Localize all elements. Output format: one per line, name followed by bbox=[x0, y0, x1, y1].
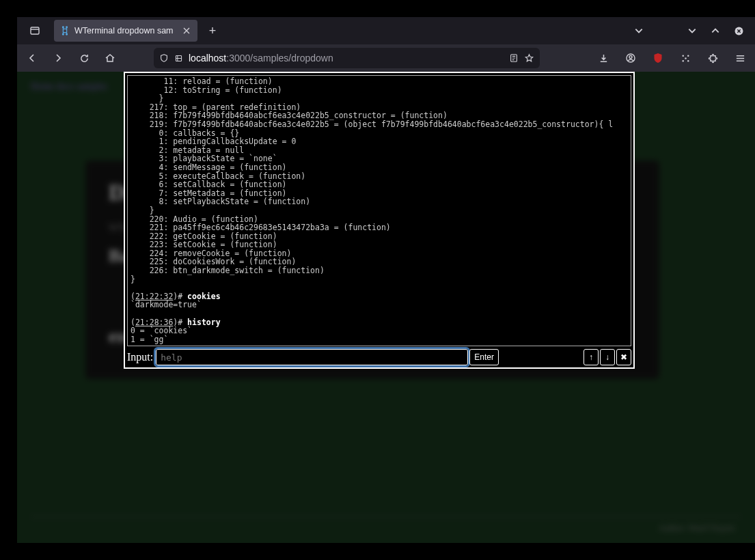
svg-point-1 bbox=[63, 27, 64, 28]
svg-point-10 bbox=[682, 55, 683, 56]
tab-title: WTerminal dropdown sam bbox=[74, 26, 177, 36]
tab-strip: WTerminal dropdown sam + bbox=[17, 17, 755, 44]
window-minimize-icon[interactable] bbox=[685, 24, 699, 38]
lock-icon bbox=[174, 54, 183, 63]
svg-point-4 bbox=[66, 33, 68, 35]
nav-forward-icon[interactable] bbox=[49, 48, 68, 68]
ublock-icon[interactable] bbox=[648, 48, 668, 68]
browser-toolbar: localhost:3000/samples/dropdown bbox=[17, 44, 755, 72]
page-content: Home docs samples Dropdown WTerminal dro… bbox=[17, 72, 755, 543]
window-close-icon[interactable] bbox=[732, 24, 745, 38]
extensions-icon[interactable] bbox=[676, 48, 695, 68]
footer-divider bbox=[31, 516, 741, 517]
tabs-dropdown-icon[interactable] bbox=[632, 24, 646, 38]
extensions-puzzle-icon[interactable] bbox=[703, 48, 722, 68]
nav-reload-icon[interactable] bbox=[74, 48, 94, 68]
enter-button[interactable]: Enter bbox=[469, 349, 499, 365]
recent-icon[interactable] bbox=[21, 17, 49, 44]
terminal-close-button[interactable]: ✖ bbox=[616, 349, 631, 365]
svg-point-14 bbox=[685, 57, 686, 59]
new-tab-button[interactable]: + bbox=[203, 21, 222, 40]
terminal-input-bar: Input: Enter ↑ ↓ ✖ bbox=[125, 348, 633, 367]
browser-window: WTerminal dropdown sam + bbox=[17, 17, 755, 543]
downloads-icon[interactable] bbox=[594, 48, 613, 68]
app-menu-icon[interactable] bbox=[730, 48, 750, 68]
nav-back-icon[interactable] bbox=[23, 48, 42, 68]
url-bar[interactable]: localhost:3000/samples/dropdown bbox=[154, 48, 540, 68]
footer-text: Author: Ward Truyen bbox=[659, 522, 735, 533]
window-maximize-icon[interactable] bbox=[709, 24, 722, 38]
svg-point-12 bbox=[682, 60, 683, 61]
tab-active[interactable]: WTerminal dropdown sam bbox=[54, 20, 197, 42]
svg-point-13 bbox=[687, 60, 689, 61]
history-up-button[interactable]: ↑ bbox=[584, 349, 599, 365]
svg-rect-0 bbox=[31, 27, 39, 34]
input-label: Input: bbox=[127, 351, 154, 363]
terminal-window: 11: reload = (function) 12: toString = (… bbox=[124, 72, 635, 369]
terminal-input[interactable] bbox=[156, 349, 468, 365]
nav-home-icon[interactable] bbox=[100, 48, 120, 68]
history-down-button[interactable]: ↓ bbox=[600, 349, 615, 365]
url-text: localhost:3000/samples/dropdown bbox=[189, 53, 504, 64]
bookmark-icon[interactable] bbox=[524, 53, 534, 64]
tab-close-icon[interactable] bbox=[181, 25, 192, 36]
svg-point-11 bbox=[687, 55, 689, 56]
svg-point-9 bbox=[629, 56, 632, 59]
tab-favicon-icon bbox=[59, 25, 70, 36]
account-icon[interactable] bbox=[621, 48, 640, 68]
reader-mode-icon[interactable] bbox=[509, 53, 519, 63]
shield-icon bbox=[159, 53, 169, 63]
svg-point-3 bbox=[63, 33, 64, 35]
svg-point-2 bbox=[66, 27, 68, 28]
terminal-output[interactable]: 11: reload = (function) 12: toString = (… bbox=[127, 75, 631, 346]
